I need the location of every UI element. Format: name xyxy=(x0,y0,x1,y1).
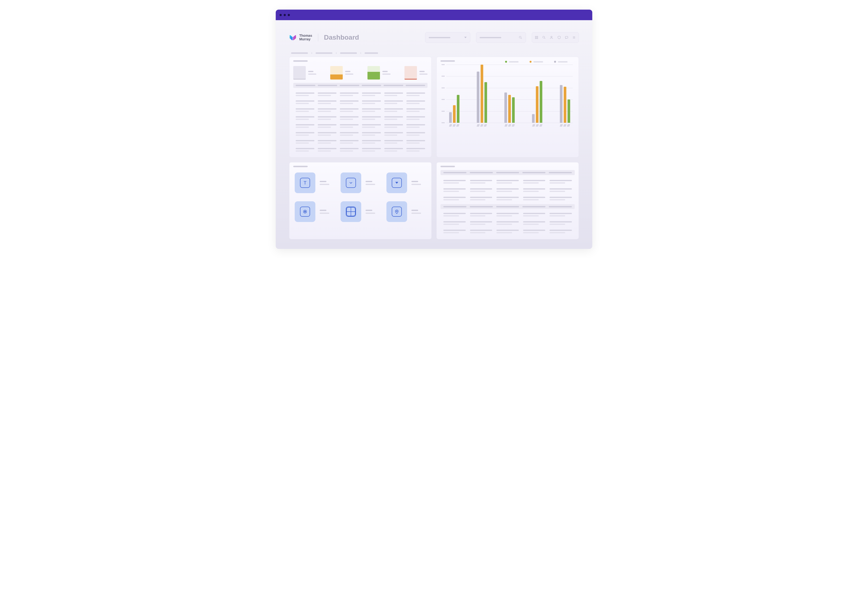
grid-icon xyxy=(346,207,356,217)
app-window: Thomas Murray Dashboard xyxy=(276,10,592,249)
icons-card: T xyxy=(289,162,432,239)
list-subheader xyxy=(440,204,575,209)
bar-group[interactable] xyxy=(559,65,571,123)
svg-rect-2 xyxy=(535,36,536,37)
legend-item[interactable] xyxy=(530,61,543,63)
bar-group[interactable] xyxy=(503,65,516,123)
breadcrumb-separator xyxy=(360,52,361,54)
summary-swatch-red xyxy=(404,66,417,80)
icon-cell-chevron[interactable] xyxy=(341,173,380,193)
window-control-maximize[interactable] xyxy=(288,14,290,16)
window-control-close[interactable] xyxy=(280,14,282,16)
list-row[interactable] xyxy=(440,210,575,219)
breadcrumb-item[interactable] xyxy=(316,52,332,54)
table-row[interactable] xyxy=(293,130,428,138)
svg-point-8 xyxy=(551,36,552,37)
legend-item[interactable] xyxy=(505,61,518,63)
menu-icon[interactable] xyxy=(572,35,576,39)
table-body xyxy=(293,90,428,154)
list-row[interactable] xyxy=(440,194,575,203)
bar-group[interactable] xyxy=(531,65,543,123)
icon-cell-target[interactable] xyxy=(295,201,334,222)
list-header xyxy=(440,170,575,175)
svg-rect-9 xyxy=(565,36,568,38)
table-row[interactable] xyxy=(293,114,428,122)
svg-point-0 xyxy=(519,36,521,38)
map-pin-icon xyxy=(392,207,402,217)
breadcrumb-item[interactable] xyxy=(365,52,378,54)
header-search[interactable] xyxy=(476,32,526,43)
shield-icon[interactable] xyxy=(557,35,561,39)
list-row[interactable] xyxy=(440,219,575,227)
list-body xyxy=(440,210,575,236)
svg-rect-4 xyxy=(535,38,536,39)
brand-name: Thomas Murray xyxy=(299,34,312,41)
chevron-down-icon xyxy=(346,178,356,188)
icon-grid: T xyxy=(293,170,428,224)
window-titlebar xyxy=(276,10,592,20)
list-row[interactable] xyxy=(440,227,575,236)
chart-x-ticks xyxy=(446,124,573,130)
table-row[interactable] xyxy=(293,122,428,130)
summary-item[interactable] xyxy=(293,66,316,80)
header-divider xyxy=(318,34,318,41)
list-row[interactable] xyxy=(440,177,575,186)
target-icon xyxy=(300,207,310,217)
text-icon: T xyxy=(300,178,310,188)
svg-point-6 xyxy=(543,36,545,38)
svg-line-1 xyxy=(521,38,522,39)
list-body xyxy=(440,177,575,203)
table-row[interactable] xyxy=(293,106,428,114)
table-row[interactable] xyxy=(293,90,428,98)
card-title xyxy=(440,166,455,167)
breadcrumb-separator xyxy=(336,52,337,54)
brand-logo[interactable]: Thomas Murray xyxy=(289,34,312,41)
summary-item[interactable] xyxy=(404,66,428,80)
search-icon[interactable] xyxy=(542,35,546,39)
header-dropdown[interactable] xyxy=(425,32,470,43)
list-row[interactable] xyxy=(440,186,575,194)
chart-legend xyxy=(505,61,575,63)
legend-item[interactable] xyxy=(554,61,568,63)
breadcrumb-item[interactable] xyxy=(340,52,357,54)
list-card xyxy=(436,162,579,239)
svg-point-14 xyxy=(304,211,306,212)
header-toolbar xyxy=(532,32,579,43)
summary-item[interactable] xyxy=(330,66,353,80)
caret-down-icon xyxy=(464,37,466,38)
summary-item[interactable] xyxy=(368,66,391,80)
icon-cell-dropdown[interactable] xyxy=(387,173,426,193)
bar-group[interactable] xyxy=(476,65,488,123)
icon-cell-text[interactable]: T xyxy=(295,173,334,193)
card-title xyxy=(293,166,308,167)
card-title xyxy=(440,60,455,62)
window-control-minimize[interactable] xyxy=(283,14,286,16)
table-row[interactable] xyxy=(293,138,428,146)
svg-point-18 xyxy=(396,211,397,211)
svg-rect-3 xyxy=(537,36,538,37)
icon-cell-grid[interactable] xyxy=(341,201,380,222)
chart-area xyxy=(440,65,575,130)
user-icon[interactable] xyxy=(549,35,554,39)
summary-swatch-gray xyxy=(293,66,306,80)
card-title xyxy=(293,60,308,62)
summary-row xyxy=(293,65,428,83)
chart-card xyxy=(436,57,579,157)
bar-group[interactable] xyxy=(448,65,460,123)
search-icon xyxy=(518,35,523,39)
breadcrumbs xyxy=(289,52,579,54)
svg-line-7 xyxy=(545,38,545,39)
apps-icon[interactable] xyxy=(534,35,539,39)
dropdown-value-placeholder xyxy=(429,37,450,38)
breadcrumb-item[interactable] xyxy=(291,52,308,54)
search-placeholder xyxy=(480,37,501,38)
table-row[interactable] xyxy=(293,98,428,106)
logo-mark-icon xyxy=(289,34,297,41)
chat-icon[interactable] xyxy=(565,35,568,39)
svg-rect-5 xyxy=(537,38,538,39)
dropdown-icon xyxy=(392,178,402,188)
chart-plot xyxy=(446,65,573,123)
icon-cell-pin[interactable] xyxy=(387,201,426,222)
page-title: Dashboard xyxy=(324,34,359,41)
table-row[interactable] xyxy=(293,146,428,154)
